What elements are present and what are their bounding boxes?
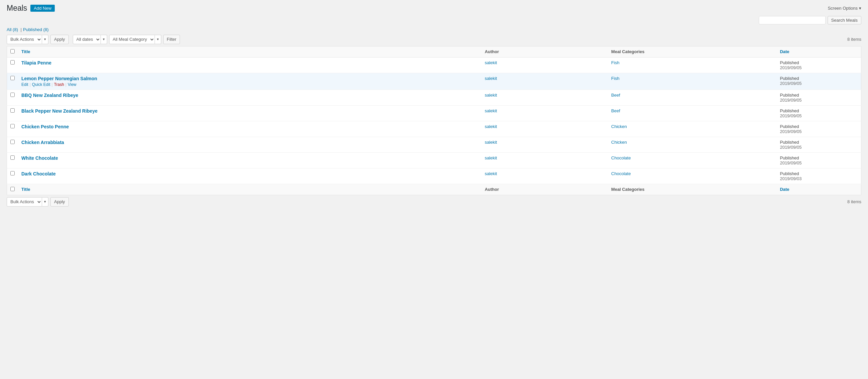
author-link[interactable]: salekit: [485, 108, 497, 113]
title-sort-link[interactable]: Title: [21, 49, 30, 54]
category-link[interactable]: Chicken: [611, 140, 627, 145]
quick-edit-link[interactable]: Quick Edit: [32, 82, 51, 87]
row-checkbox[interactable]: [10, 60, 15, 64]
date-value: 2019/09/05: [780, 81, 858, 86]
row-title-cell: Lemon Pepper Norwegian SalmonEdit|Quick …: [18, 73, 482, 90]
row-title-link[interactable]: White Chocolate: [21, 155, 58, 161]
row-checkbox[interactable]: [10, 171, 15, 175]
row-title-cell: Chicken Arrabbiata: [18, 137, 482, 152]
row-date-cell: Published2019/09/05: [777, 105, 861, 121]
view-action: View: [68, 82, 76, 87]
select-all-footer-checkbox[interactable]: [10, 187, 15, 191]
date-status: Published: [780, 171, 858, 176]
row-title-link[interactable]: Dark Chocolate: [21, 171, 56, 176]
date-column-header[interactable]: Date: [777, 46, 861, 57]
trash-action: Trash: [54, 82, 64, 87]
category-link[interactable]: Fish: [611, 76, 620, 81]
search-button[interactable]: Search Meals: [828, 16, 861, 24]
row-checkbox-cell: [7, 73, 18, 90]
row-author-cell: salekit: [482, 90, 608, 105]
category-link[interactable]: Chocolate: [611, 171, 631, 176]
title-sort-link-footer[interactable]: Title: [21, 187, 30, 192]
category-link[interactable]: Fish: [611, 60, 620, 65]
items-count-top: 8 items: [847, 37, 861, 42]
filter-links: All (8) | Published (8): [7, 27, 861, 32]
row-title-link[interactable]: Chicken Arrabbiata: [21, 140, 64, 145]
category-link[interactable]: Beef: [611, 93, 620, 97]
date-status: Published: [780, 60, 858, 65]
row-title-link[interactable]: Black Pepper New Zealand Ribeye: [21, 108, 97, 114]
tablenav-top: Bulk Actions ▾ Apply All dates ▾ All Mea…: [7, 35, 861, 44]
filter-published-link[interactable]: Published (8): [23, 27, 49, 32]
row-checkbox-cell: [7, 121, 18, 137]
author-link[interactable]: salekit: [485, 93, 497, 97]
table-row: White ChocolatesalekitChocolatePublished…: [7, 152, 861, 168]
row-date-cell: Published2019/09/05: [777, 121, 861, 137]
category-arrow[interactable]: ▾: [155, 35, 161, 44]
bulk-actions-bottom: Bulk Actions ▾: [7, 197, 49, 207]
row-author-cell: salekit: [482, 168, 608, 184]
category-link[interactable]: Chicken: [611, 124, 627, 129]
row-title-cell: Dark Chocolate: [18, 168, 482, 184]
row-checkbox[interactable]: [10, 76, 15, 80]
row-title-link[interactable]: BBQ New Zealand Ribeye: [21, 93, 78, 98]
category-link[interactable]: Chocolate: [611, 155, 631, 161]
dates-select[interactable]: All dates: [73, 35, 101, 44]
row-checkbox[interactable]: [10, 108, 15, 113]
category-link[interactable]: Beef: [611, 108, 620, 113]
edit-link[interactable]: Edit: [21, 82, 28, 87]
author-link[interactable]: salekit: [485, 76, 497, 81]
dates-arrow[interactable]: ▾: [101, 35, 107, 44]
date-value: 2019/09/03: [780, 176, 858, 181]
row-checkbox[interactable]: [10, 93, 15, 97]
row-checkbox[interactable]: [10, 155, 15, 160]
add-new-button[interactable]: Add New: [30, 5, 55, 12]
trash-link[interactable]: Trash: [54, 82, 64, 87]
date-sort-link-footer[interactable]: Date: [780, 187, 789, 192]
date-value: 2019/09/05: [780, 65, 858, 70]
row-checkbox[interactable]: [10, 140, 15, 144]
row-title-link[interactable]: Tilapia Penne: [21, 60, 52, 65]
row-title-cell: White Chocolate: [18, 152, 482, 168]
row-checkbox-cell: [7, 90, 18, 105]
row-category-cell: Fish: [608, 57, 777, 73]
title-column-footer[interactable]: Title: [18, 184, 482, 195]
select-all-checkbox[interactable]: [10, 49, 15, 54]
quick-edit-action: Quick Edit: [32, 82, 51, 87]
row-date-cell: Published2019/09/05: [777, 90, 861, 105]
row-title-cell: Black Pepper New Zealand Ribeye: [18, 105, 482, 121]
author-link[interactable]: salekit: [485, 140, 497, 145]
title-column-header[interactable]: Title: [18, 46, 482, 57]
filter-button[interactable]: Filter: [163, 35, 180, 44]
author-link[interactable]: salekit: [485, 171, 497, 176]
row-date-cell: Published2019/09/05: [777, 152, 861, 168]
bulk-actions-top-select[interactable]: Bulk Actions: [7, 35, 42, 44]
apply-top-button[interactable]: Apply: [51, 35, 69, 44]
table-row: Lemon Pepper Norwegian SalmonEdit|Quick …: [7, 73, 861, 90]
date-value: 2019/09/05: [780, 97, 858, 103]
view-link[interactable]: View: [68, 82, 76, 87]
date-status: Published: [780, 155, 858, 161]
date-sort-link[interactable]: Date: [780, 49, 789, 54]
category-select[interactable]: All Meal Category: [109, 35, 155, 44]
author-link[interactable]: salekit: [485, 124, 497, 129]
bulk-actions-top-arrow[interactable]: ▾: [42, 35, 49, 44]
filter-all-link[interactable]: All (8): [7, 27, 19, 32]
row-author-cell: salekit: [482, 137, 608, 152]
search-input[interactable]: [759, 16, 826, 24]
screen-options-button[interactable]: Screen Options ▾: [828, 6, 861, 11]
row-title-cell: Tilapia Penne: [18, 57, 482, 73]
row-title-link[interactable]: Lemon Pepper Norwegian Salmon: [21, 76, 97, 81]
bulk-actions-bottom-arrow[interactable]: ▾: [42, 197, 49, 207]
author-column-header: Author: [482, 46, 608, 57]
apply-bottom-button[interactable]: Apply: [51, 197, 69, 207]
row-title-link[interactable]: Chicken Pesto Penne: [21, 124, 69, 129]
row-checkbox[interactable]: [10, 124, 15, 128]
date-column-footer[interactable]: Date: [777, 184, 861, 195]
row-author-cell: salekit: [482, 105, 608, 121]
author-link[interactable]: salekit: [485, 60, 497, 65]
bulk-actions-bottom-select[interactable]: Bulk Actions: [7, 197, 42, 207]
row-checkbox-cell: [7, 137, 18, 152]
meal-categories-column-header: Meal Categories: [608, 46, 777, 57]
author-link[interactable]: salekit: [485, 155, 497, 161]
